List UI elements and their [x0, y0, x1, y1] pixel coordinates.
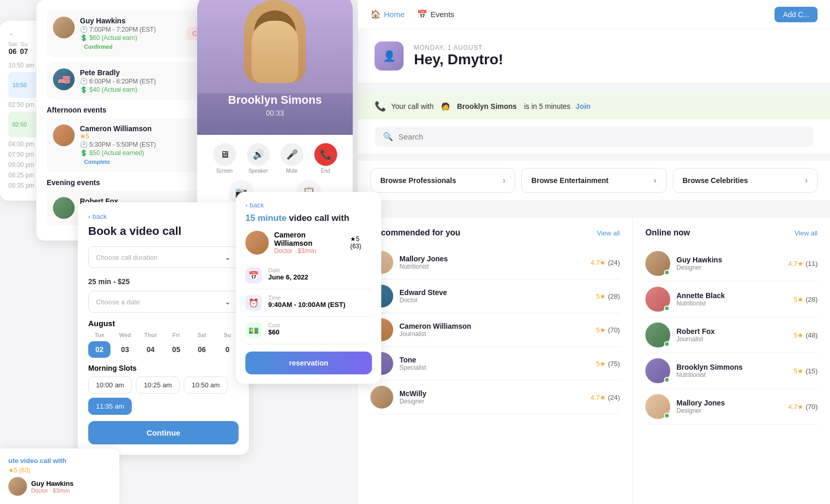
- event-earn: 💲 $50 (Actual earned): [80, 149, 217, 157]
- booking-title: Book a video call: [88, 225, 239, 238]
- rating: 5★ (15): [794, 367, 818, 375]
- calendar-day-4[interactable]: 04: [140, 341, 162, 358]
- vc-person[interactable]: Cameron Williamson Doctor · $3/min ★5 (6…: [245, 231, 372, 255]
- person-name: Guy Hawkins: [676, 256, 722, 264]
- online-indicator: [664, 377, 670, 383]
- person-name: Pete Bradly: [80, 68, 217, 77]
- join-button[interactable]: Join: [576, 102, 591, 110]
- speaker-icon: 🔊: [247, 143, 270, 166]
- chevron-down-icon: ⌄: [8, 29, 14, 37]
- time-slot-1025[interactable]: 10:25 am: [136, 376, 179, 394]
- person-name: Guy Hawkins: [80, 17, 217, 25]
- person-name: McWilly: [399, 389, 584, 398]
- list-item[interactable]: Mallory Jones Designer 4.7★ (70): [645, 389, 818, 425]
- person-role: Journalist: [399, 330, 590, 338]
- search-bar: 🔍: [358, 119, 830, 155]
- avatar: [370, 386, 393, 409]
- end-call-button[interactable]: 📞 End: [314, 143, 337, 174]
- online-view-all[interactable]: View all: [794, 229, 818, 237]
- search-input[interactable]: [398, 132, 805, 141]
- avatar-wrap: [645, 287, 670, 312]
- list-item[interactable]: Brooklyn Simmons Nutritionist 5★ (15): [645, 353, 818, 389]
- calendar-day-3[interactable]: 03: [114, 341, 136, 358]
- screen-button[interactable]: 🖥 Screen: [213, 143, 236, 174]
- continue-button[interactable]: Continue: [88, 421, 239, 444]
- time-slot-1050[interactable]: 10:50 am: [184, 376, 227, 394]
- mini-panel: ute video call with ★5 (63) Guy Hawkins …: [0, 449, 119, 504]
- person-role: Designer: [676, 264, 722, 271]
- time-slot-1135[interactable]: 11:35 am: [88, 398, 132, 415]
- avatar: [53, 197, 75, 219]
- list-item[interactable]: Edward Steve Doctor 5★ (28): [370, 279, 620, 313]
- back-link[interactable]: ‹ back: [88, 213, 239, 220]
- slots-title: Morning Slots: [88, 364, 239, 372]
- mini-avatar: [8, 477, 27, 496]
- calendar-day-6[interactable]: 06: [190, 341, 213, 358]
- vc-back-link[interactable]: ‹ back: [245, 201, 372, 209]
- avatar-wrap: [645, 394, 670, 419]
- status-badge: Confirmed: [80, 42, 117, 51]
- speaker-button[interactable]: 🔊 Speaker: [247, 143, 270, 174]
- star-rating: ★5: [80, 133, 217, 140]
- person-role: Nutritionist: [399, 263, 584, 270]
- event-item[interactable]: Cameron Williamson ★5 🕐 5:30PM - 5:50PM …: [47, 118, 223, 172]
- add-button[interactable]: Add C...: [774, 7, 818, 22]
- list-item[interactable]: Robert Fox Journalist 5★ (48): [645, 317, 818, 353]
- list-item[interactable]: Cameron Williamson Journalist 5★ (70): [370, 313, 620, 347]
- evening-title: Evening events: [47, 178, 223, 187]
- clock-detail-icon: ⏰: [245, 295, 262, 311]
- content-area: Recommended for you View all Mallory Jon…: [358, 218, 830, 504]
- list-item[interactable]: Guy Hawkins Designer 4.7★ (11): [645, 246, 818, 282]
- list-item[interactable]: Tone Specialist 5★ (75): [370, 347, 620, 381]
- chevron-down-icon-2: ⌄: [225, 298, 231, 306]
- chevron-down-icon: ⌄: [225, 253, 231, 261]
- person-role: Doctor: [399, 297, 590, 304]
- browse-celebrities-btn[interactable]: Browse Celebrities ›: [673, 168, 818, 193]
- nav-events[interactable]: 📅 Events: [417, 9, 454, 19]
- list-item[interactable]: McWilly Designer 4.7★ (24): [370, 381, 620, 414]
- end-call-icon: 📞: [314, 143, 337, 166]
- calendar-day-7[interactable]: 0: [216, 341, 239, 358]
- recommended-view-all[interactable]: View all: [597, 229, 620, 237]
- person-name: Tone: [399, 356, 590, 364]
- online-indicator: [664, 413, 670, 418]
- event-item[interactable]: 🇺🇸 Pete Bradly 🕐 6:00PM - 6:20PM (EST) 💲…: [47, 62, 223, 100]
- person-name: Cameron Williamson: [80, 124, 217, 133]
- online-indicator: [664, 305, 670, 311]
- person-role: Specialist: [399, 364, 590, 371]
- browse-professionals-btn[interactable]: Browse Professionals ›: [370, 168, 515, 193]
- browse-entertainment-btn[interactable]: Browse Entertainment ›: [521, 168, 666, 193]
- calendar-day-5[interactable]: 05: [165, 341, 187, 358]
- duration-select[interactable]: Choose call duration ⌄: [88, 246, 239, 268]
- mute-button[interactable]: 🎤 Mute: [281, 143, 303, 174]
- call-duration: 00:33: [228, 109, 322, 117]
- status-badge: Complete: [80, 157, 114, 166]
- call-buttons-row: 🖥 Screen 🔊 Speaker 🎤 Mute 📞 End: [208, 143, 342, 174]
- time-slot-1000[interactable]: 10:00 am: [88, 376, 132, 394]
- rating: 4.7★ (24): [590, 394, 620, 401]
- caller-name: Brooklyn Simons: [228, 93, 322, 107]
- event-item[interactable]: Guy Hawkins 🕐 7:00PM - 7:20PM (EST) 💲 $6…: [47, 10, 223, 57]
- person-role: Designer: [399, 398, 584, 405]
- rating: 4.7★ (70): [788, 403, 818, 411]
- chevron-right-icon-3: ›: [805, 176, 808, 185]
- mini-title: ute video call with: [8, 457, 111, 465]
- search-wrap[interactable]: 🔍: [375, 127, 813, 147]
- list-item[interactable]: Annette Black Nutritionist 5★ (28): [645, 282, 818, 317]
- person-name: Mallory Jones: [399, 255, 584, 263]
- notif-caller: Brooklyn Simons: [457, 102, 517, 110]
- recommended-section: Recommended for you View all Mallory Jon…: [358, 218, 633, 504]
- list-item[interactable]: Mallory Jones Nutritionist 4.7★ (24): [370, 246, 620, 279]
- nav-home[interactable]: 🏠 Home: [370, 9, 405, 19]
- time-slots: 10:00 am 10:25 am 10:50 am 11:35 am: [88, 376, 239, 415]
- mini-person[interactable]: Guy Hawkins Doctor · $3/min: [8, 477, 111, 496]
- reserve-button[interactable]: reservation: [245, 352, 372, 374]
- events-label: Events: [431, 10, 454, 19]
- back-arrow-icon: ‹: [88, 213, 90, 220]
- calendar-day-2[interactable]: 02: [88, 341, 110, 358]
- date-select[interactable]: Choose a date ⌄: [88, 291, 239, 313]
- user-avatar: 👤: [375, 41, 404, 71]
- vc-date-detail: 📅 Date June 6, 2022: [245, 262, 372, 289]
- person-name: Edward Steve: [399, 288, 590, 297]
- person-role: Designer: [676, 407, 725, 414]
